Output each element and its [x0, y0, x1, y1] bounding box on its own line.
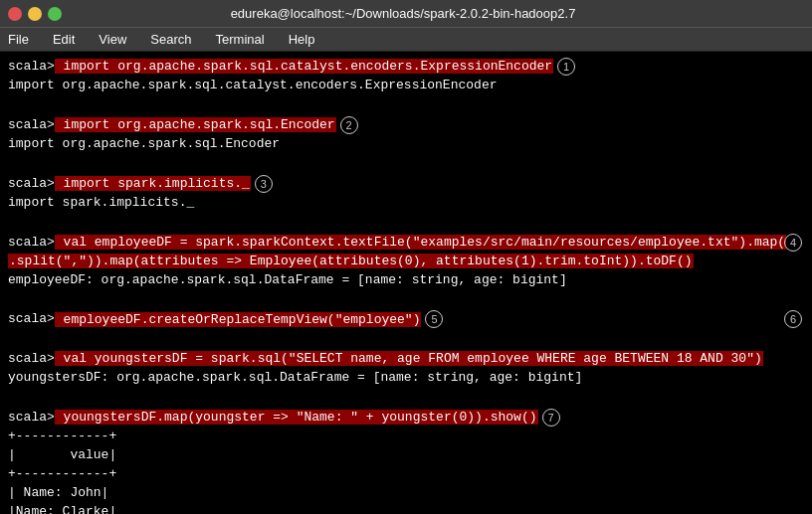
table-row-1: | Name: John| [8, 484, 804, 503]
menu-help[interactable]: Help [285, 30, 319, 49]
output-line-2: import org.apache.spark.sql.Encoder [8, 135, 804, 154]
command-line-2: scala> import org.apache.spark.sql.Encod… [8, 116, 804, 135]
menu-terminal[interactable]: Terminal [212, 30, 269, 49]
menu-edit[interactable]: Edit [49, 30, 79, 49]
command-line-6: scala> val youngstersDF = spark.sql("SEL… [8, 350, 804, 369]
output-line-1: import org.apache.spark.sql.catalyst.enc… [8, 77, 804, 95]
command-line-1: scala> import org.apache.spark.sql.catal… [8, 58, 804, 77]
command-block-2: scala> import org.apache.spark.sql.Encod… [8, 116, 804, 154]
command-block-7: scala> youngstersDF.map(youngster => "Na… [8, 409, 804, 514]
command-block-3: scala> import spark.implicits._3 import … [8, 175, 804, 213]
command-block-5: scala> employeeDF.createOrReplaceTempVie… [8, 310, 804, 329]
menu-file[interactable]: File [4, 30, 33, 49]
title-bar: edureka@localhost:~/Downloads/spark-2.0.… [0, 0, 812, 28]
command-block-1: scala> import org.apache.spark.sql.catal… [8, 58, 804, 95]
window-controls[interactable] [8, 7, 62, 21]
command-line-5: scala> employeeDF.createOrReplaceTempVie… [8, 310, 804, 329]
table-header: | value| [8, 446, 804, 465]
menu-view[interactable]: View [95, 30, 130, 49]
command-line-4b: .split(",")).map(attributes => Employee(… [8, 253, 804, 271]
output-line-3: import spark.implicits._ [8, 194, 804, 213]
command-line-7: scala> youngstersDF.map(youngster => "Na… [8, 409, 804, 428]
terminal-content[interactable]: scala> import org.apache.spark.sql.catal… [0, 52, 812, 514]
output-line-4: employeeDF: org.apache.spark.sql.DataFra… [8, 271, 804, 290]
minimize-button[interactable] [28, 7, 42, 21]
menu-search[interactable]: Search [146, 30, 195, 49]
command-block-4: scala> val employeeDF = spark.sparkConte… [8, 234, 804, 290]
table-border-top: +------------+ [8, 428, 804, 446]
menu-bar: File Edit View Search Terminal Help [0, 28, 812, 52]
table-row-2: |Name: Clarke| [8, 503, 804, 514]
command-line-3: scala> import spark.implicits._3 [8, 175, 804, 194]
command-block-6: scala> val youngstersDF = spark.sql("SEL… [8, 350, 804, 388]
close-button[interactable] [8, 7, 22, 21]
output-line-6: youngstersDF: org.apache.spark.sql.DataF… [8, 369, 804, 388]
table-separator: +------------+ [8, 465, 804, 484]
maximize-button[interactable] [48, 7, 62, 21]
window-title: edureka@localhost:~/Downloads/spark-2.0.… [62, 6, 744, 21]
command-line-4: scala> val employeeDF = spark.sparkConte… [8, 234, 804, 253]
